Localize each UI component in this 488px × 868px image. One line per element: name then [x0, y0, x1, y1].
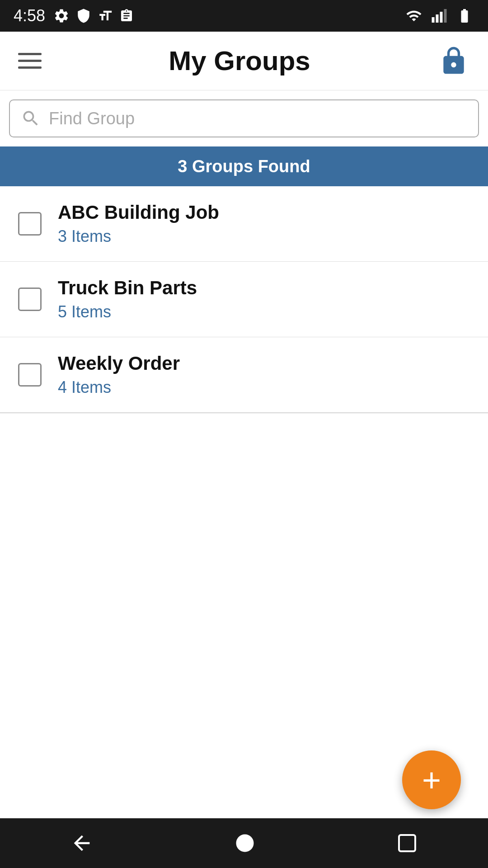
group-count: 3 Items [58, 227, 219, 246]
svg-rect-0 [432, 17, 435, 23]
add-icon: + [422, 764, 441, 796]
group-count: 5 Items [58, 302, 197, 321]
bottom-navigation [0, 818, 488, 868]
group-list-item: Truck Bin Parts5 Items [0, 262, 488, 337]
group-count: 4 Items [58, 378, 180, 397]
clipboard-icon [119, 8, 134, 24]
settings-icon [53, 8, 70, 24]
results-count: 3 Groups Found [178, 157, 310, 176]
status-bar-left: 4:58 [14, 6, 134, 25]
group-checkbox-2[interactable] [18, 363, 42, 387]
group-list: ABC Building Job3 ItemsTruck Bin Parts5 … [0, 186, 488, 413]
home-button[interactable] [233, 831, 257, 855]
status-bar: 4:58 [0, 0, 488, 32]
search-input[interactable] [49, 109, 467, 128]
status-icons [53, 8, 134, 24]
back-icon [70, 831, 94, 855]
svg-rect-2 [440, 12, 443, 23]
signal-icon [431, 8, 447, 24]
svg-rect-5 [399, 835, 415, 851]
search-icon [21, 108, 41, 128]
group-info: ABC Building Job3 Items [58, 202, 219, 246]
shield-icon [76, 8, 91, 24]
hamburger-menu-button[interactable] [18, 53, 42, 69]
back-button[interactable] [70, 831, 94, 855]
battery-icon [455, 8, 474, 24]
group-name: Truck Bin Parts [58, 277, 197, 299]
recent-apps-button[interactable] [396, 832, 418, 854]
status-time: 4:58 [14, 6, 45, 25]
wifi-icon [404, 8, 424, 24]
group-checkbox-1[interactable] [18, 288, 42, 311]
svg-rect-1 [436, 14, 439, 23]
svg-point-4 [236, 835, 253, 852]
font-icon [98, 8, 113, 24]
results-banner: 3 Groups Found [0, 146, 488, 186]
content-divider [0, 413, 488, 413]
lock-icon [438, 46, 469, 76]
status-bar-right [404, 8, 474, 24]
hamburger-line-1 [18, 53, 42, 55]
group-name: Weekly Order [58, 353, 180, 374]
search-container [0, 90, 488, 146]
group-list-item: ABC Building Job3 Items [0, 186, 488, 262]
lock-button[interactable] [437, 45, 470, 77]
header: My Groups [0, 32, 488, 90]
hamburger-line-3 [18, 66, 42, 69]
group-list-item: Weekly Order4 Items [0, 337, 488, 413]
group-info: Truck Bin Parts5 Items [58, 277, 197, 321]
home-icon [233, 831, 257, 855]
add-group-button[interactable]: + [402, 750, 461, 809]
hamburger-line-2 [18, 60, 42, 62]
group-checkbox-0[interactable] [18, 212, 42, 236]
group-name: ABC Building Job [58, 202, 219, 223]
search-wrapper [9, 99, 479, 137]
page-title: My Groups [169, 45, 310, 76]
svg-rect-3 [444, 9, 447, 23]
group-info: Weekly Order4 Items [58, 353, 180, 397]
recent-apps-icon [396, 832, 418, 854]
